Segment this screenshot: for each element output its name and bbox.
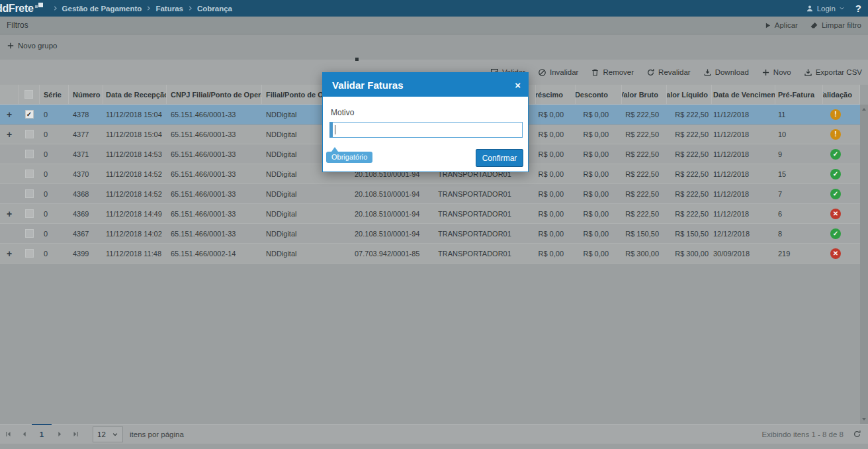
text-cursor [335,125,335,134]
required-tooltip: Obrigatório [326,152,372,163]
modal-overlay[interactable] [0,0,868,449]
close-icon[interactable]: × [515,80,521,90]
dialog-title: Validar Faturas [332,79,404,91]
confirm-button[interactable]: Confirmar [476,149,523,167]
validar-faturas-dialog: Validar Faturas × Motivo Obrigatório Con… [322,72,529,172]
motivo-input[interactable] [329,122,523,138]
app-window: ddFrete Gestão de PagamentoFaturasCobran… [0,0,868,449]
dialog-header[interactable]: Validar Faturas × [323,73,528,97]
motivo-label: Motivo [331,108,354,117]
